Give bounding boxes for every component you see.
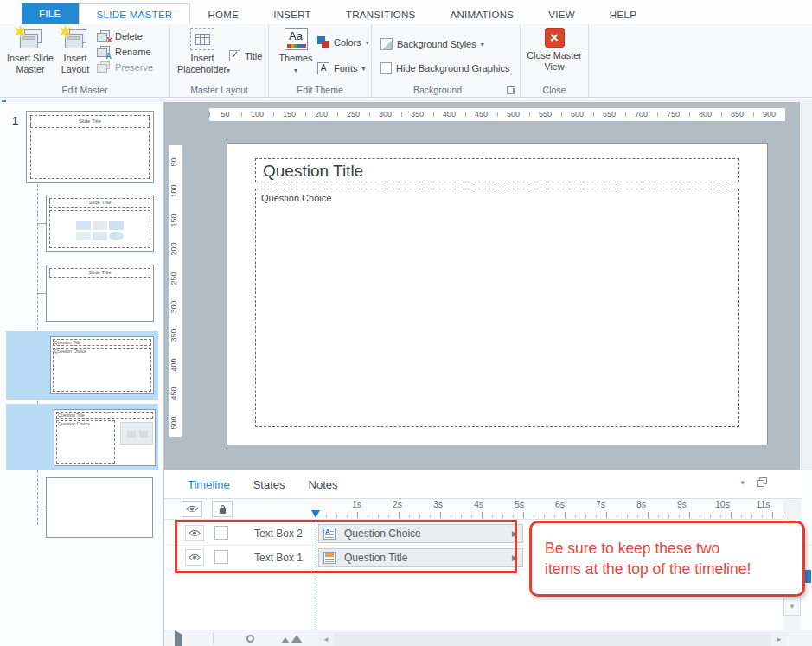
canvas-scrollbar-track[interactable] [800,102,812,470]
media-placeholder [120,422,153,445]
playhead-marker[interactable] [311,510,320,518]
rename-button[interactable]: A Rename [97,44,151,60]
question-title-text: Question Title [263,162,363,180]
time-label: 8s [621,499,662,513]
thumbnail-layout-3-selected[interactable]: Question Title Question Choice [50,336,154,394]
thumbnail-slide-master[interactable]: Slide Title [26,111,154,183]
background-styles-button[interactable]: Background Styles ▾ [380,36,484,52]
play-icon [175,630,182,646]
tab-slide-master[interactable]: SLIDE MASTER [79,3,191,24]
group-edit-master: Insert Slide Master Insert Layout × Dele… [0,24,170,98]
tab-help[interactable]: HELP [592,4,654,24]
group-master-layout: Insert Placeholder▾ ✓ Title Master Layou… [170,24,269,98]
thumbnail-layout-1[interactable]: Slide Title [46,195,154,252]
colors-label: Colors [334,37,361,48]
scroll-right-button[interactable]: ► [771,632,787,646]
tab-notes[interactable]: Notes [309,478,338,491]
slide-editing-surface[interactable]: Question Title Question Choice [227,143,768,445]
ruler-label: 450 [169,379,182,407]
thumbnail-layout-2[interactable]: Slide Title [46,265,154,322]
time-label: 4s [458,499,499,513]
timeline-horizontal-scrollbar[interactable]: ◄ ► [318,632,787,646]
panel-options-chevron-icon[interactable]: ▾ [740,478,745,487]
annotation-callout: Be sure to keep these two items at the t… [529,521,805,597]
zoom-in-icon [281,637,290,643]
play-button[interactable] [175,635,182,646]
fonts-button[interactable]: A Fonts ▾ [317,61,366,76]
tab-timeline[interactable]: Timeline [188,478,230,491]
colors-button[interactable]: Colors ▾ [317,35,369,50]
thumbnail-title-text: Slide Title [50,269,150,277]
question-choice-text: Question Choice [261,193,331,203]
major-ticks [316,512,783,518]
lock-icon [218,504,227,515]
tab-states[interactable]: States [253,478,285,491]
thumbnail-layout-5[interactable] [46,477,153,538]
connector-stub [37,223,46,224]
thumbnail-title-text: Slide Title [31,116,149,127]
lock-all-button[interactable] [212,501,233,517]
timeline-zoom-out-button[interactable] [227,637,235,646]
close-master-view-icon: × [545,28,565,48]
time-label: 6s [540,499,580,513]
title-checkbox[interactable]: ✓ Title [229,50,262,61]
connector-stub [37,293,46,294]
timeline-scroll-down-button[interactable]: ▼ [783,598,801,616]
preserve-icon [97,61,111,74]
annotation-text-line1: Be sure to keep these two [545,538,802,559]
annotation-text-line2: items at the top of the timeline! [545,559,802,579]
timeline-panel: Timeline States Notes ▾ 1s2s3s4s5s6s7s8s… [164,470,812,646]
chevron-down-icon: ▾ [366,39,369,47]
tab-transitions[interactable]: TRANSITIONS [329,4,433,24]
time-label: 9s [662,499,702,513]
undock-panel-icon[interactable] [757,477,767,487]
ribbon: Insert Slide Master Insert Layout × Dele… [0,24,812,98]
horizontal-ruler: 5010015020025030035040045050055060065070… [209,108,785,121]
insert-slide-master-icon [17,28,43,50]
themes-button[interactable]: Aa Themes ▾ [277,28,315,76]
insert-slide-master-label: Insert Slide Master [7,53,54,74]
insert-slide-master-button[interactable]: Insert Slide Master [5,28,55,75]
close-master-view-button[interactable]: × Close Master View [524,28,585,73]
hide-background-graphics-checkbox[interactable]: ✓ Hide Background Graphics [380,62,509,74]
eye-icon [186,505,198,513]
fonts-icon: A [317,62,329,74]
ruler-ticks [209,112,785,117]
time-label: 10s [702,499,743,513]
ruler-label: 100 [169,176,182,205]
scroll-left-button[interactable]: ◄ [318,632,334,646]
checkbox-box: ✓ [229,50,240,61]
connector-stub [37,508,46,508]
slider-knob-icon[interactable] [246,635,254,643]
content-placeholder-icons [76,221,124,240]
group-close: × Close Master View Close [521,24,589,98]
zoom-out-icon [227,637,235,646]
question-title-placeholder[interactable]: Question Title [255,158,739,182]
tab-insert[interactable]: INSERT [256,4,329,24]
ruler-label: 350 [169,321,182,349]
timeline-ruler[interactable]: 1s2s3s4s5s6s7s8s9s10s11s [316,499,783,520]
thumbnail-layout-4-selected[interactable]: Question Title Question Choice [54,409,156,466]
tab-animations[interactable]: ANIMATIONS [433,4,532,24]
show-hide-all-button[interactable] [182,501,202,517]
insert-placeholder-button[interactable]: Insert Placeholder▾ [177,28,227,76]
insert-layout-icon [62,28,88,50]
tab-home[interactable]: HOME [190,4,256,24]
check-icon: ✓ [231,49,239,61]
chevron-down-icon: ▾ [362,65,366,73]
preserve-button[interactable]: Preserve [97,60,153,75]
slide-canvas-area: 5010015020025030035040045050055060065070… [164,102,812,470]
insert-layout-button[interactable]: Insert Layout [55,28,95,75]
group-label-master-layout: Master Layout [170,85,268,95]
ruler-label: 250 [169,264,182,292]
tab-view[interactable]: VIEW [531,4,592,24]
delete-label: Delete [115,31,143,42]
timeline-zoom-in-button[interactable] [281,637,303,643]
tab-file[interactable]: FILE [22,3,79,24]
right-edge-scrollbar-thumb[interactable] [804,570,811,583]
time-label: 7s [580,499,621,513]
question-choice-placeholder[interactable]: Question Choice [255,189,739,427]
vertical-ruler: 50100150200250300350400450500 [169,145,182,437]
delete-button[interactable]: × Delete [97,29,143,44]
ruler-label: 200 [169,234,182,263]
